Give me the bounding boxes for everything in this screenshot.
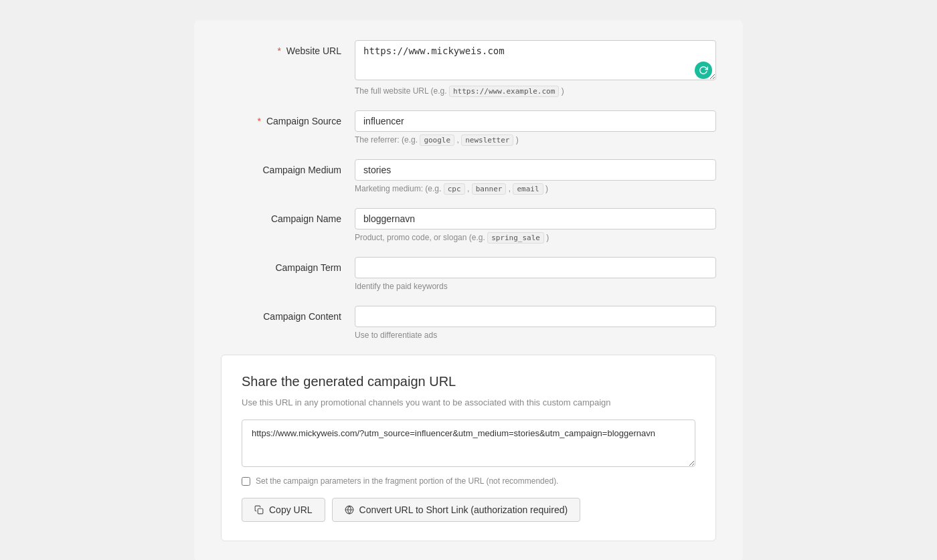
svg-rect-0 [258,508,263,514]
fragment-label: Set the campaign parameters in the fragm… [256,476,558,486]
campaign-content-input[interactable] [355,306,716,327]
campaign-name-hint: Product, promo code, or slogan (e.g. spr… [355,233,716,242]
fragment-row: Set the campaign parameters in the fragm… [242,476,695,486]
copy-url-button[interactable]: Copy URL [242,498,325,522]
website-url-row: * Website URL https://www.mickyweis.com … [221,40,716,96]
campaign-source-row: * Campaign Source The referrer: (e.g. go… [221,110,716,145]
refresh-button[interactable] [695,62,712,79]
campaign-medium-hint: Marketing medium: (e.g. cpc , banner , e… [355,184,716,193]
share-title: Share the generated campaign URL [242,374,695,389]
campaign-source-hint: The referrer: (e.g. google , newsletter … [355,135,716,145]
campaign-term-label: Campaign Term [221,257,355,273]
campaign-medium-input[interactable] [355,159,716,181]
campaign-name-label: Campaign Name [221,208,355,224]
campaign-name-input-col: Product, promo code, or slogan (e.g. spr… [355,208,716,242]
copy-icon [254,505,264,515]
campaign-source-input[interactable] [355,110,716,132]
campaign-term-input[interactable] [355,257,716,278]
share-section: Share the generated campaign URL Use thi… [221,355,716,541]
campaign-term-input-col: Identify the paid keywords [355,257,716,291]
website-url-wrapper: https://www.mickyweis.com [355,40,716,83]
campaign-term-hint: Identify the paid keywords [355,282,716,291]
campaign-name-row: Campaign Name Product, promo code, or sl… [221,208,716,242]
convert-url-button[interactable]: Convert URL to Short Link (authorization… [332,498,581,522]
campaign-medium-label: Campaign Medium [221,159,355,175]
campaign-medium-row: Campaign Medium Marketing medium: (e.g. … [221,159,716,193]
campaign-content-input-col: Use to differentiate ads [355,306,716,340]
share-subtitle: Use this URL in any promotional channels… [242,397,695,407]
campaign-source-label: * Campaign Source [221,110,355,126]
website-url-input-col: https://www.mickyweis.com The full websi… [355,40,716,96]
campaign-medium-input-col: Marketing medium: (e.g. cpc , banner , e… [355,159,716,193]
main-container: * Website URL https://www.mickyweis.com … [194,20,743,560]
website-url-input[interactable]: https://www.mickyweis.com [355,40,716,80]
campaign-source-input-col: The referrer: (e.g. google , newsletter … [355,110,716,145]
campaign-content-hint: Use to differentiate ads [355,331,716,340]
action-buttons: Copy URL Convert URL to Short Link (auth… [242,498,695,522]
website-url-hint: The full website URL (e.g. https://www.e… [355,86,716,96]
campaign-name-input[interactable] [355,208,716,229]
generated-url-textarea[interactable]: https://www.mickyweis.com/?utm_source=in… [242,419,695,467]
website-url-label: * Website URL [221,40,355,56]
link-icon [345,505,354,515]
campaign-term-row: Campaign Term Identify the paid keywords [221,257,716,291]
website-url-required-star: * [277,45,280,56]
campaign-source-required-star: * [258,116,261,126]
campaign-content-row: Campaign Content Use to differentiate ad… [221,306,716,340]
campaign-content-label: Campaign Content [221,306,355,322]
fragment-checkbox[interactable] [242,477,250,486]
